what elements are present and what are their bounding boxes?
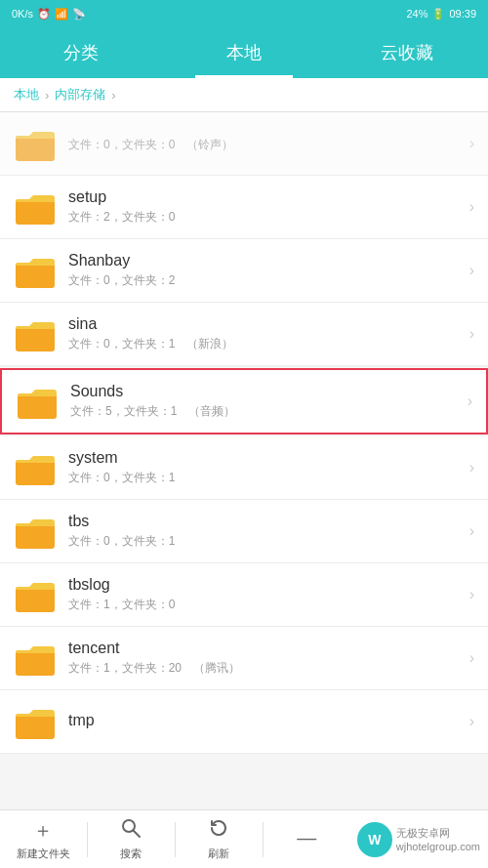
folder-icon bbox=[14, 573, 57, 616]
tab-category[interactable]: 分类 bbox=[0, 27, 163, 78]
breadcrumb-sep-1: › bbox=[45, 88, 49, 103]
svg-rect-6 bbox=[16, 523, 55, 549]
tab-local[interactable]: 本地 bbox=[163, 27, 326, 78]
svg-rect-9 bbox=[16, 714, 55, 739]
battery-text: 24% bbox=[406, 8, 427, 20]
signal-icon: 📡 bbox=[72, 8, 86, 21]
file-meta: 文件：0，文件夹：1 （新浪） bbox=[68, 336, 462, 352]
tab-category-label: 分类 bbox=[63, 41, 99, 64]
toolbar-search[interactable]: 搜索 bbox=[88, 817, 175, 861]
chevron-right-icon: › bbox=[469, 649, 474, 667]
file-meta: 文件：0，文件夹：2 bbox=[68, 272, 462, 289]
file-item[interactable]: tmp› bbox=[0, 690, 488, 754]
file-name: system bbox=[68, 449, 462, 467]
file-item[interactable]: setup文件：2，文件夹：0› bbox=[0, 176, 488, 239]
status-right: 24% 🔋 09:39 bbox=[406, 8, 476, 21]
folder-icon bbox=[14, 637, 57, 680]
file-info: tmp bbox=[68, 712, 462, 732]
file-name: tbs bbox=[68, 513, 462, 530]
file-item[interactable]: system文件：0，文件夹：1› bbox=[0, 436, 488, 500]
file-info: sina文件：0，文件夹：1 （新浪） bbox=[68, 315, 462, 352]
chevron-right-icon: › bbox=[469, 522, 474, 540]
svg-rect-2 bbox=[16, 263, 55, 288]
new-folder-label: 新建文件夹 bbox=[17, 847, 70, 861]
file-item[interactable]: tencent文件：1，文件夹：20 （腾讯）› bbox=[0, 627, 488, 690]
watermark-area: W 无极安卓网 wjhotelgroup.com bbox=[350, 822, 488, 857]
chevron-right-icon: › bbox=[469, 135, 474, 152]
watermark-text-block: 无极安卓网 wjhotelgroup.com bbox=[396, 826, 480, 852]
svg-rect-1 bbox=[16, 199, 55, 225]
toolbar-refresh[interactable]: 刷新 bbox=[176, 817, 263, 861]
file-meta: 文件：0，文件夹：1 bbox=[68, 470, 462, 486]
file-item[interactable]: tbslog文件：1，文件夹：0› bbox=[0, 563, 488, 627]
watermark-url: wjhotelgroup.com bbox=[396, 841, 480, 852]
tab-cloud-label: 云收藏 bbox=[381, 41, 433, 64]
folder-icon bbox=[14, 122, 57, 165]
file-meta: 文件：2，文件夹：0 bbox=[68, 209, 462, 226]
search-icon bbox=[120, 817, 142, 844]
file-meta: 文件：1，文件夹：20 （腾讯） bbox=[68, 660, 462, 677]
file-meta: 文件：0，文件夹：0 （铃声） bbox=[68, 137, 462, 153]
clock-icon: ⏰ bbox=[37, 8, 51, 21]
file-info: setup文件：2，文件夹：0 bbox=[68, 188, 462, 226]
wifi-icon: 📶 bbox=[55, 8, 68, 21]
bottom-toolbar: ＋ 新建文件夹 搜索 刷新 — W 无极安卓网 wjhotelgroup.com bbox=[0, 809, 488, 868]
tab-bar: 分类 本地 云收藏 bbox=[0, 27, 488, 78]
file-name: setup bbox=[68, 188, 462, 206]
status-left: 0K/s ⏰ 📶 📡 bbox=[12, 8, 86, 21]
file-item[interactable]: Sounds文件：5，文件夹：1 （音频）› bbox=[0, 368, 488, 434]
tab-local-label: 本地 bbox=[226, 41, 262, 64]
svg-rect-3 bbox=[16, 326, 55, 351]
folder-icon bbox=[14, 186, 57, 228]
file-info: tencent文件：1，文件夹：20 （腾讯） bbox=[68, 640, 462, 677]
file-info: 文件：0，文件夹：0 （铃声） bbox=[68, 134, 462, 153]
new-folder-icon: ＋ bbox=[33, 817, 53, 844]
time-display: 09:39 bbox=[449, 8, 476, 20]
breadcrumb-sep-2: › bbox=[111, 88, 115, 103]
breadcrumb-current[interactable]: 内部存储 bbox=[55, 86, 105, 103]
chevron-right-icon: › bbox=[469, 325, 474, 343]
folder-icon bbox=[14, 312, 57, 355]
chevron-right-icon: › bbox=[468, 393, 472, 410]
file-item[interactable]: Shanbay文件：0，文件夹：2› bbox=[0, 239, 488, 303]
file-info: tbslog文件：1，文件夹：0 bbox=[68, 576, 462, 613]
file-name: Shanbay bbox=[68, 252, 462, 269]
file-meta: 文件：0，文件夹：1 bbox=[68, 533, 462, 550]
svg-rect-8 bbox=[16, 650, 55, 676]
folder-icon bbox=[14, 510, 57, 553]
file-name: tmp bbox=[68, 712, 462, 729]
file-item[interactable]: sina文件：0，文件夹：1 （新浪）› bbox=[0, 303, 488, 366]
folder-icon bbox=[14, 446, 57, 489]
file-name: tbslog bbox=[68, 576, 462, 594]
refresh-label: 刷新 bbox=[208, 847, 229, 861]
chevron-right-icon: › bbox=[469, 586, 474, 603]
file-item[interactable]: 文件：0，文件夹：0 （铃声）› bbox=[0, 112, 488, 176]
file-info: system文件：0，文件夹：1 bbox=[68, 449, 462, 486]
file-meta: 文件：1，文件夹：0 bbox=[68, 597, 462, 613]
tab-cloud[interactable]: 云收藏 bbox=[325, 27, 488, 78]
file-item[interactable]: tbs文件：0，文件夹：1› bbox=[0, 500, 488, 563]
file-info: tbs文件：0，文件夹：1 bbox=[68, 513, 462, 550]
toolbar-new-folder[interactable]: ＋ 新建文件夹 bbox=[0, 817, 87, 861]
toolbar-minus[interactable]: — bbox=[264, 827, 350, 852]
file-name: sina bbox=[68, 315, 462, 333]
speed-indicator: 0K/s bbox=[12, 8, 33, 20]
file-meta: 文件：5，文件夹：1 （音频） bbox=[70, 403, 460, 420]
svg-rect-0 bbox=[16, 136, 55, 161]
svg-rect-7 bbox=[16, 587, 55, 612]
breadcrumb-root[interactable]: 本地 bbox=[14, 86, 39, 103]
chevron-right-icon: › bbox=[469, 262, 474, 279]
breadcrumb: 本地 › 内部存储 › bbox=[0, 78, 488, 112]
search-label: 搜索 bbox=[120, 847, 142, 861]
status-bar: 0K/s ⏰ 📶 📡 24% 🔋 09:39 bbox=[0, 0, 488, 27]
chevron-right-icon: › bbox=[469, 459, 474, 476]
file-info: Shanbay文件：0，文件夹：2 bbox=[68, 252, 462, 289]
folder-icon bbox=[16, 380, 59, 423]
minus-icon: — bbox=[297, 827, 316, 849]
folder-icon bbox=[14, 700, 57, 743]
file-name: tencent bbox=[68, 640, 462, 657]
file-name: Sounds bbox=[70, 383, 460, 400]
folder-icon bbox=[14, 249, 57, 292]
svg-line-11 bbox=[134, 831, 141, 838]
refresh-icon bbox=[208, 817, 229, 844]
